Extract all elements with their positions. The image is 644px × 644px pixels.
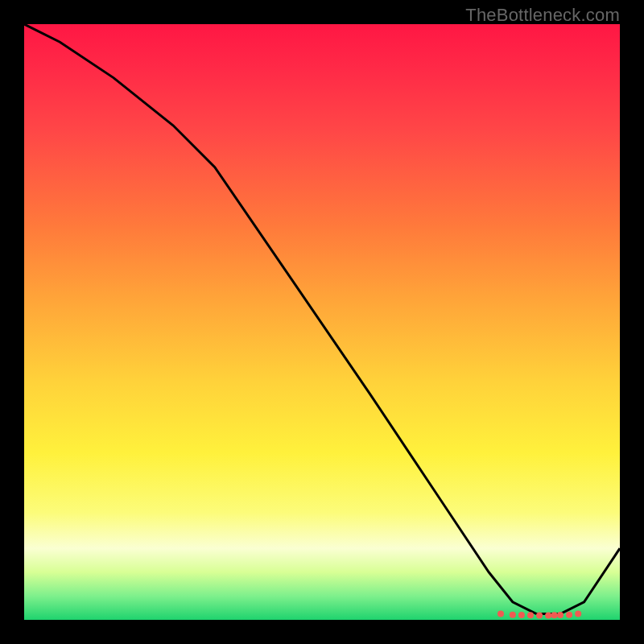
plot-area <box>24 24 620 620</box>
chart-marker <box>575 611 581 617</box>
chart-container: TheBottleneck.com <box>0 0 644 644</box>
chart-markers <box>497 611 581 619</box>
chart-marker <box>510 612 516 618</box>
chart-marker <box>497 611 504 617</box>
chart-marker <box>545 612 551 618</box>
chart-marker <box>536 612 543 618</box>
chart-line <box>24 24 620 614</box>
chart-marker <box>557 612 564 618</box>
chart-marker <box>518 612 525 618</box>
chart-marker <box>566 612 572 618</box>
chart-marker <box>527 612 534 618</box>
watermark-text: TheBottleneck.com <box>465 5 620 26</box>
chart-svg <box>24 24 620 620</box>
chart-marker <box>551 612 558 618</box>
